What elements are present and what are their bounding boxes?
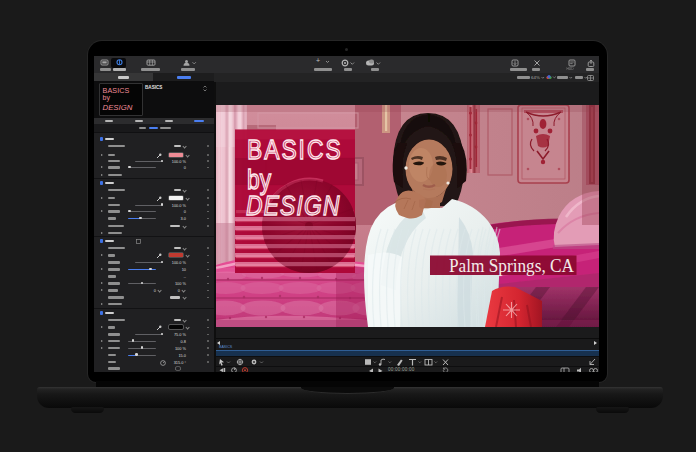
svg-text:DESIGN: DESIGN xyxy=(246,189,341,220)
svg-text:Palm Springs, CA: Palm Springs, CA xyxy=(449,256,574,276)
svg-text:BASICS: BASICS xyxy=(247,133,343,164)
